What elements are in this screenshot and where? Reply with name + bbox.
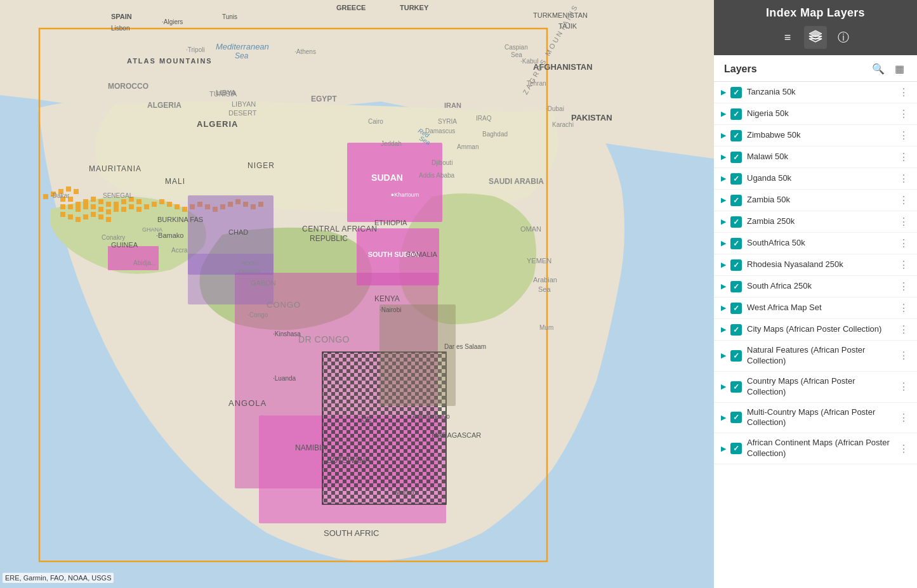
svg-text:ALGERIA: ALGERIA: [197, 119, 239, 129]
layer-checkbox[interactable]: [730, 412, 742, 423]
layer-expand-arrow[interactable]: ▶: [719, 239, 728, 247]
map-svg: SUDAN ●Khartoum SOUTH SUDAN: [0, 0, 714, 588]
svg-marker-157: [809, 39, 822, 42]
layer-menu-button[interactable]: ⋮: [899, 86, 909, 98]
svg-text:IRAQ: IRAQ: [476, 115, 492, 122]
svg-text:Dar es Salaam: Dar es Salaam: [444, 343, 486, 350]
layer-expand-arrow[interactable]: ▶: [719, 131, 728, 140]
layer-checkbox[interactable]: [730, 216, 742, 228]
svg-rect-19: [114, 202, 119, 207]
layers-section-title: Layers: [724, 63, 757, 75]
layer-menu-button[interactable]: ⋮: [899, 412, 909, 424]
layer-checkbox[interactable]: [730, 324, 742, 336]
layer-name: Zambia 250k: [747, 216, 896, 227]
svg-text:MADAGASCAR: MADAGASCAR: [432, 431, 481, 439]
layer-expand-arrow[interactable]: ▶: [719, 261, 728, 269]
svg-text:Cairo: Cairo: [368, 118, 383, 125]
svg-text:·Algiers: ·Algiers: [162, 18, 183, 25]
layer-checkbox[interactable]: [730, 152, 742, 163]
svg-text:·Yaounde: ·Yaounde: [236, 268, 260, 274]
layer-expand-arrow[interactable]: ▶: [719, 351, 728, 360]
layer-menu-button[interactable]: ⋮: [899, 129, 909, 141]
layer-checkbox[interactable]: [730, 259, 742, 271]
svg-text:Mum: Mum: [539, 324, 553, 331]
layer-expand-arrow[interactable]: ▶: [719, 153, 728, 161]
layer-checkbox[interactable]: [730, 381, 742, 393]
layer-checkbox[interactable]: [730, 303, 742, 314]
layer-name: South Africa 250k: [747, 281, 896, 292]
svg-text:·Nairobi: ·Nairobi: [379, 306, 401, 313]
layers-header: Layers 🔍 ▦: [714, 55, 917, 82]
svg-text:ATLAS MOUNTAINS: ATLAS MOUNTAINS: [127, 57, 213, 65]
search-layers-button[interactable]: 🔍: [869, 62, 887, 76]
svg-text:Jeddah: Jeddah: [381, 140, 402, 147]
svg-text:Addis Ababa: Addis Ababa: [419, 172, 455, 179]
filter-icon: ▦: [895, 63, 904, 74]
layer-checkbox[interactable]: [730, 195, 742, 206]
layer-expand-arrow[interactable]: ▶: [719, 110, 728, 118]
info-view-button[interactable]: ⓘ: [832, 26, 855, 49]
svg-text:Amman: Amman: [457, 143, 478, 150]
layer-expand-arrow[interactable]: ▶: [719, 445, 728, 453]
layer-checkbox[interactable]: [730, 238, 742, 249]
layer-checkbox[interactable]: [730, 108, 742, 120]
layer-checkbox[interactable]: [730, 87, 742, 98]
layer-name: African Continent Maps (African Poster C…: [747, 438, 896, 459]
filter-layers-button[interactable]: ▦: [892, 62, 907, 76]
layer-expand-arrow[interactable]: ▶: [719, 196, 728, 204]
layer-item: ▶ Zimbabwe 50k ⋮: [714, 125, 917, 147]
svg-rect-30: [121, 207, 126, 212]
layer-menu-button[interactable]: ⋮: [899, 237, 909, 249]
list-view-button[interactable]: ≡: [776, 26, 799, 49]
layer-checkbox[interactable]: [730, 130, 742, 141]
svg-text:·Athens: ·Athens: [294, 48, 316, 55]
layer-checkbox[interactable]: [730, 350, 742, 362]
layer-expand-arrow[interactable]: ▶: [719, 414, 728, 422]
svg-text:SPAIN: SPAIN: [111, 13, 132, 20]
layer-checkbox[interactable]: [730, 281, 742, 292]
layer-expand-arrow[interactable]: ▶: [719, 282, 728, 291]
layer-menu-button[interactable]: ⋮: [899, 173, 909, 185]
layer-menu-button[interactable]: ⋮: [899, 259, 909, 271]
layer-menu-button[interactable]: ⋮: [899, 323, 909, 336]
svg-rect-28: [106, 209, 111, 214]
svg-text:GHANA: GHANA: [142, 226, 162, 233]
layer-expand-arrow[interactable]: ▶: [719, 174, 728, 183]
layer-expand-arrow[interactable]: ▶: [719, 88, 728, 96]
svg-rect-31: [129, 204, 134, 209]
layer-menu-button[interactable]: ⋮: [899, 443, 909, 455]
svg-rect-32: [136, 207, 142, 212]
layer-item: ▶ SouthAfrica 50k ⋮: [714, 233, 917, 254]
layer-menu-button[interactable]: ⋮: [899, 151, 909, 163]
layer-item: ▶ Tanzania 50k ⋮: [714, 82, 917, 103]
layer-expand-arrow[interactable]: ▶: [719, 218, 728, 226]
layer-menu-button[interactable]: ⋮: [899, 280, 909, 292]
svg-rect-69: [379, 304, 456, 406]
layer-name: City Maps (African Poster Collection): [747, 324, 896, 335]
layer-checkbox[interactable]: [730, 443, 742, 454]
layer-expand-arrow[interactable]: ▶: [719, 325, 728, 334]
svg-rect-25: [83, 204, 88, 209]
svg-text:Conakry: Conakry: [102, 234, 125, 241]
svg-text:CENTRAL AFRICAN: CENTRAL AFRICAN: [302, 225, 377, 233]
layer-menu-button[interactable]: ⋮: [899, 302, 909, 314]
svg-text:TUNISIA: TUNISIA: [209, 90, 237, 98]
svg-rect-20: [121, 199, 126, 204]
layer-item: ▶ Malawi 50k ⋮: [714, 147, 917, 168]
layer-expand-arrow[interactable]: ▶: [719, 304, 728, 312]
layer-menu-button[interactable]: ⋮: [899, 194, 909, 206]
layers-view-button[interactable]: [804, 26, 827, 49]
layer-menu-button[interactable]: ⋮: [899, 108, 909, 120]
layer-checkbox[interactable]: [730, 173, 742, 185]
layer-item: ▶ Country Maps (African Poster Collectio…: [714, 372, 917, 403]
layer-menu-button[interactable]: ⋮: [899, 381, 909, 393]
map-container[interactable]: SUDAN ●Khartoum SOUTH SUDAN: [0, 0, 714, 588]
layer-menu-button[interactable]: ⋮: [899, 216, 909, 228]
layer-menu-button[interactable]: ⋮: [899, 350, 909, 362]
info-icon: ⓘ: [838, 30, 849, 45]
map-attribution: ERE, Garmin, FAO, NOAA, USGS: [3, 573, 114, 583]
attribution-text: ERE, Garmin, FAO, NOAA, USGS: [5, 574, 111, 582]
svg-text:BOTSWANA: BOTSWANA: [327, 456, 370, 465]
layer-expand-arrow[interactable]: ▶: [719, 382, 728, 391]
svg-rect-17: [98, 199, 103, 204]
